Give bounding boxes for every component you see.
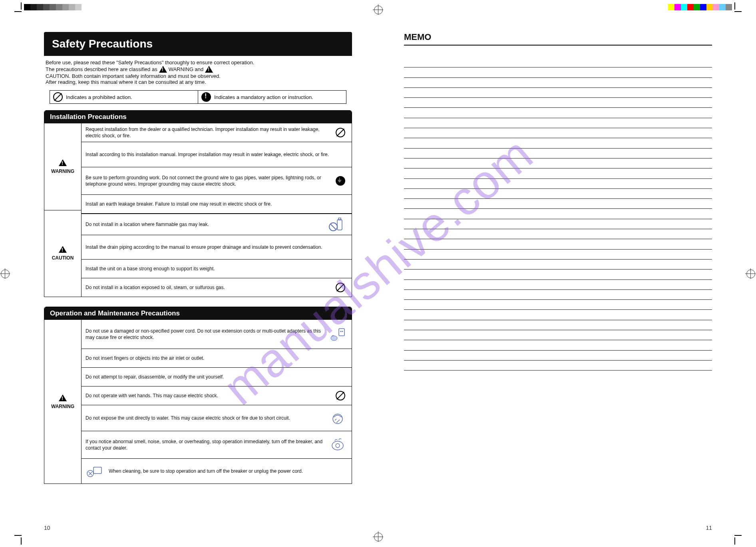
memo-line (404, 108, 712, 118)
caution-text: CAUTION (52, 255, 74, 261)
left-page: Safety Precautions Before use, please re… (40, 28, 364, 519)
install-row-4-text: Do not install in a location where flamm… (86, 221, 324, 228)
intro-part-3: CAUTION. Both contain important safety i… (46, 73, 221, 79)
colorbar-swatch (668, 4, 674, 10)
svg-point-10 (336, 444, 340, 448)
install-row-5: Install the drain piping according to th… (82, 235, 352, 260)
colorbar-swatch (700, 4, 706, 10)
install-row-0-text: Request installation from the dealer or … (86, 126, 329, 139)
memo-line (404, 138, 712, 148)
page-title: Safety Precautions (44, 32, 352, 56)
right-page: MEMO 11 (392, 28, 716, 519)
legend-mandatory: Indicates a mandatory action or instruct… (198, 91, 346, 103)
caution-icon (205, 66, 213, 73)
intro-part-1: The precautions described here are class… (46, 67, 157, 72)
intro-part-2: WARNING and (169, 67, 204, 72)
install-row-3-text: Install an earth leakage breaker. Failur… (86, 201, 348, 207)
memo-line (404, 149, 712, 159)
operation-label-col: WARNING (44, 320, 82, 484)
intro-part-4: After reading, keep this manual where it… (46, 79, 206, 85)
operation-section: Operation and Maintenance Precautions WA… (44, 307, 352, 484)
registration-mark-bottom (374, 533, 383, 541)
caution-icon (59, 246, 67, 253)
install-row-7: Do not install in a location exposed to … (82, 278, 352, 297)
crop-mark-bottom-right (734, 535, 744, 545)
memo-lines (404, 57, 712, 371)
memo-line (404, 189, 712, 199)
water-splash-icon (328, 410, 348, 426)
legend-prohibited-text: Indicates a prohibited action. (66, 94, 132, 100)
memo-line (404, 361, 712, 371)
colorbar-swatch (75, 4, 82, 10)
registration-mark-right (746, 270, 755, 278)
warning-icon (159, 66, 167, 73)
colorbar-swatch (713, 4, 719, 10)
colorbar-swatch (726, 4, 732, 10)
colorbar-swatch (43, 4, 50, 10)
operation-warning-label: WARNING (44, 320, 81, 484)
op-row-1-text: Do not insert fingers or objects into th… (86, 355, 348, 361)
colorbar-swatch (674, 4, 681, 10)
memo-line (404, 98, 712, 108)
svg-point-7 (331, 336, 337, 341)
memo-line (404, 209, 712, 219)
install-row-2-text: Be sure to perform grounding work. Do no… (86, 174, 329, 187)
memo-line (404, 179, 712, 189)
cleaning-icon (85, 463, 105, 479)
ground-icon (333, 176, 348, 186)
right-page-number: 11 (706, 525, 712, 531)
colorbar-swatch (50, 4, 56, 10)
prohibited-icon (53, 92, 63, 102)
installation-warning-label: WARNING (44, 123, 81, 210)
installation-section: Installation Precautions WARNING CAUTION (44, 110, 352, 297)
colorbar-swatch (69, 4, 75, 10)
memo-line (404, 88, 712, 98)
color-colorbar (668, 4, 732, 10)
memo-line (404, 67, 712, 77)
mandatory-icon (201, 92, 211, 102)
colorbar-swatch (681, 4, 687, 10)
prohibited-icon (333, 283, 348, 292)
smoke-alarm-icon (328, 437, 348, 453)
intro-text: Before use, please read these "Safety Pr… (46, 60, 350, 85)
warning-icon (59, 394, 67, 401)
install-row-5-text: Install the drain piping according to th… (86, 244, 348, 250)
installation-caution-label: CAUTION (44, 210, 81, 297)
op-row-0-text: Do not use a damaged or non-specified po… (86, 328, 324, 341)
svg-point-6 (342, 331, 343, 332)
memo-title: MEMO (404, 32, 712, 46)
colorbar-swatch (82, 4, 88, 10)
op-row-2-text: Do not attempt to repair, disassemble, o… (86, 374, 348, 380)
installation-label-col: WARNING CAUTION (44, 123, 82, 297)
op-row-4-text: Do not expose the unit directly to water… (86, 415, 324, 421)
registration-mark-top (374, 6, 383, 14)
svg-rect-1 (338, 218, 341, 220)
install-row-6-text: Install the unit on a base strong enough… (86, 266, 348, 272)
install-row-4: Do not install in a location where flamm… (82, 214, 352, 235)
op-row-3: Do not operate with wet hands. This may … (82, 386, 352, 405)
memo-line (404, 78, 712, 88)
prohibited-icon (333, 391, 348, 400)
op-row-0: Do not use a damaged or non-specified po… (82, 320, 352, 349)
op-row-5-text: If you notice abnormal smell, noise, smo… (86, 438, 324, 451)
svg-rect-0 (337, 220, 342, 230)
svg-line-3 (331, 224, 336, 229)
op-row-6-text: When cleaning, be sure to stop operation… (109, 468, 348, 474)
intro-part-0: Before use, please read these "Safety Pr… (46, 60, 254, 65)
crop-mark-bottom-left (12, 535, 22, 545)
memo-line (404, 250, 712, 260)
memo-line (404, 270, 712, 279)
plug-icon (328, 326, 348, 342)
memo-line (404, 159, 712, 168)
memo-line (404, 310, 712, 320)
page-spread: Safety Precautions Before use, please re… (40, 28, 716, 519)
op-row-4: Do not expose the unit directly to water… (82, 405, 352, 431)
svg-point-5 (340, 331, 342, 332)
memo-line (404, 57, 712, 67)
registration-mark-left (1, 270, 10, 278)
install-row-0: Request installation from the dealer or … (82, 123, 352, 142)
install-row-2: Be sure to perform grounding work. Do no… (82, 167, 352, 195)
colorbar-swatch (30, 4, 37, 10)
op-row-3-text: Do not operate with wet hands. This may … (86, 392, 329, 399)
colorbar-swatch (694, 4, 700, 10)
